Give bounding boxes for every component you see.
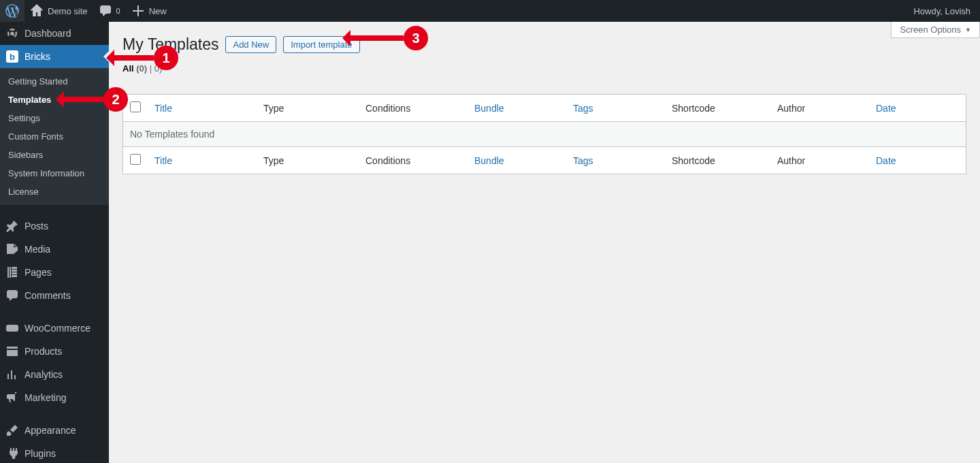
col-date[interactable]: Date bbox=[869, 147, 966, 174]
select-all-bottom[interactable] bbox=[130, 154, 141, 165]
dashboard-icon bbox=[5, 27, 19, 40]
menu-label: Comments bbox=[24, 290, 71, 301]
col-conditions: Conditions bbox=[359, 95, 468, 122]
wordpress-icon bbox=[5, 4, 19, 18]
menu-label: Analytics bbox=[24, 369, 63, 380]
col-type: Type bbox=[257, 147, 359, 174]
col-shortcode: Shortcode bbox=[665, 95, 770, 122]
comments-icon bbox=[99, 4, 112, 18]
col-bundle[interactable]: Bundle bbox=[468, 95, 566, 122]
menu-marketing[interactable]: Marketing bbox=[0, 386, 109, 409]
submenu-settings[interactable]: Settings bbox=[0, 109, 109, 127]
submenu-sidebars[interactable]: Sidebars bbox=[0, 146, 109, 164]
templates-table: Title Type Conditions Bundle Tags Shortc… bbox=[122, 94, 966, 174]
svg-rect-0 bbox=[6, 325, 18, 332]
pin-icon bbox=[5, 219, 19, 233]
annotation-number: 1 bbox=[154, 46, 178, 70]
menu-label: Appearance bbox=[24, 425, 76, 436]
menu-comments[interactable]: Comments bbox=[0, 284, 109, 307]
submenu-system-information[interactable]: System Information bbox=[0, 164, 109, 182]
bricks-icon: b bbox=[5, 50, 19, 63]
menu-analytics[interactable]: Analytics bbox=[0, 363, 109, 386]
screen-options-label: Screen Options bbox=[900, 25, 961, 35]
menu-bricks[interactable]: b Bricks bbox=[0, 45, 109, 68]
no-items-text: No Templates found bbox=[123, 122, 966, 147]
menu-label: Plugins bbox=[24, 448, 56, 459]
menu-plugins[interactable]: Plugins bbox=[0, 442, 109, 463]
menu-label: Dashboard bbox=[24, 28, 71, 39]
annotation-3: 3 bbox=[349, 26, 428, 50]
plugins-icon bbox=[5, 447, 19, 460]
col-shortcode: Shortcode bbox=[665, 147, 770, 174]
page-body: Screen Options ▼ My Templates Add New Im… bbox=[109, 22, 980, 463]
select-all-top[interactable] bbox=[130, 101, 141, 112]
submenu-license[interactable]: License bbox=[0, 182, 109, 201]
col-conditions: Conditions bbox=[359, 147, 468, 174]
menu-media[interactable]: Media bbox=[0, 238, 109, 261]
menu-label: Media bbox=[24, 244, 50, 255]
home-icon bbox=[30, 4, 44, 18]
account-link[interactable]: Howdy, Lovish bbox=[908, 0, 976, 22]
media-icon bbox=[5, 242, 19, 256]
menu-posts[interactable]: Posts bbox=[0, 214, 109, 238]
table-row-empty: No Templates found bbox=[123, 122, 966, 147]
products-icon bbox=[5, 345, 19, 358]
howdy-text: Howdy, Lovish bbox=[913, 6, 970, 16]
menu-label: Bricks bbox=[24, 51, 50, 62]
annotation-number: 3 bbox=[404, 26, 428, 50]
brush-icon bbox=[5, 424, 19, 437]
status-filter-links: All (0) | 0) bbox=[122, 63, 966, 74]
col-author: Author bbox=[770, 95, 869, 122]
col-date[interactable]: Date bbox=[869, 95, 966, 122]
annotation-1: 1 bbox=[113, 46, 178, 70]
site-link[interactable]: Demo site bbox=[24, 0, 93, 22]
chevron-down-icon: ▼ bbox=[965, 27, 971, 33]
wp-logo-menu[interactable] bbox=[0, 0, 24, 22]
comment-icon bbox=[5, 289, 19, 302]
screen-options-tab[interactable]: Screen Options ▼ bbox=[891, 22, 980, 38]
woocommerce-icon bbox=[5, 321, 19, 335]
comments-count: 0 bbox=[116, 7, 120, 15]
col-tags[interactable]: Tags bbox=[566, 95, 665, 122]
col-tags[interactable]: Tags bbox=[566, 147, 665, 174]
col-bundle[interactable]: Bundle bbox=[468, 147, 566, 174]
menu-woocommerce[interactable]: WooCommerce bbox=[0, 317, 109, 340]
menu-label: Marketing bbox=[24, 392, 66, 403]
annotation-2: 2 bbox=[63, 87, 128, 112]
add-new-button[interactable]: Add New bbox=[225, 36, 276, 53]
pages-icon bbox=[5, 266, 19, 279]
analytics-icon bbox=[5, 368, 19, 381]
new-label: New bbox=[149, 6, 167, 16]
menu-label: WooCommerce bbox=[24, 323, 91, 334]
megaphone-icon bbox=[5, 391, 19, 404]
plus-icon bbox=[131, 4, 145, 18]
menu-label: Pages bbox=[24, 267, 52, 278]
comments-link[interactable]: 0 bbox=[93, 0, 126, 22]
new-content-link[interactable]: New bbox=[126, 0, 172, 22]
submenu-custom-fonts[interactable]: Custom Fonts bbox=[0, 127, 109, 146]
admin-top-bar: Demo site 0 New Howdy, Lovish bbox=[0, 0, 980, 22]
menu-label: Products bbox=[24, 346, 62, 357]
menu-products[interactable]: Products bbox=[0, 340, 109, 363]
site-name: Demo site bbox=[48, 6, 88, 16]
menu-dashboard[interactable]: Dashboard bbox=[0, 22, 109, 45]
menu-pages[interactable]: Pages bbox=[0, 261, 109, 284]
menu-label: Posts bbox=[24, 221, 48, 232]
menu-appearance[interactable]: Appearance bbox=[0, 419, 109, 442]
annotation-number: 2 bbox=[103, 87, 128, 112]
col-title[interactable]: Title bbox=[148, 147, 257, 174]
col-type: Type bbox=[257, 95, 359, 122]
col-title[interactable]: Title bbox=[148, 95, 257, 122]
col-author: Author bbox=[770, 147, 869, 174]
